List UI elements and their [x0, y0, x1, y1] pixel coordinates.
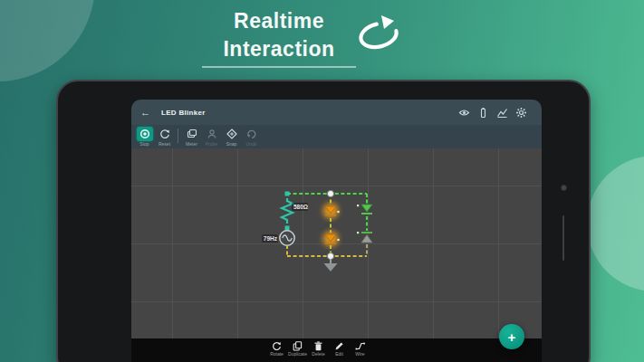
gear-icon[interactable]	[515, 107, 527, 119]
action-rotate[interactable]: Rotate	[269, 341, 284, 357]
plus-icon: +	[508, 329, 516, 345]
probe-icon[interactable]	[204, 127, 220, 141]
diode-component-2[interactable]	[357, 232, 372, 243]
snap-icon[interactable]	[224, 127, 240, 141]
tool-undo[interactable]: Undo	[242, 127, 261, 147]
decor-circle-right	[587, 156, 644, 291]
tool-meter[interactable]: Meter	[182, 127, 201, 147]
trash-icon	[313, 341, 323, 351]
stop-icon[interactable]	[137, 127, 153, 141]
decor-circle-top-left	[0, 0, 95, 81]
app-header: ← LED Blinker	[131, 100, 542, 125]
action-delete[interactable]: Delete	[311, 341, 326, 357]
tool-snap[interactable]: Snap	[222, 127, 241, 147]
led-component-1[interactable]	[323, 204, 340, 219]
ac-source-component[interactable]: 79Hz	[262, 230, 294, 248]
banner-title: Realtime Interaction	[188, 7, 370, 68]
resistor-component[interactable]: 580Ω	[282, 192, 308, 231]
ground-component[interactable]	[324, 259, 338, 272]
led-component-2[interactable]	[323, 232, 340, 247]
eye-icon[interactable]	[458, 107, 470, 119]
tablet-speaker	[562, 215, 564, 261]
tablet-camera	[561, 185, 567, 191]
chart-icon[interactable]	[496, 107, 508, 119]
undo-icon[interactable]	[244, 127, 260, 141]
meter-icon[interactable]	[184, 127, 200, 141]
add-component-fab[interactable]: +	[499, 324, 524, 349]
rotate-icon	[272, 341, 282, 351]
action-duplicate[interactable]: Duplicate	[290, 341, 305, 357]
back-button[interactable]: ←	[140, 107, 150, 118]
sim-toolbar: Stop Reset Meter Probe Snap	[131, 125, 542, 148]
header-actions	[458, 107, 527, 119]
banner-underline	[202, 66, 356, 68]
reset-icon[interactable]	[157, 127, 173, 141]
toolbar-divider	[178, 129, 178, 143]
battery-icon[interactable]	[477, 107, 489, 119]
duplicate-icon	[293, 341, 303, 351]
tool-probe[interactable]: Probe	[202, 127, 221, 147]
resistor-value-label: 580Ω	[293, 204, 308, 210]
banner-line2: Interaction	[188, 35, 370, 63]
selection-toolbar: Rotate Duplicate Delete Edit Wire	[131, 338, 542, 362]
diode-component-1[interactable]	[357, 205, 372, 214]
source-frequency-label: 79Hz	[264, 235, 278, 242]
circuit-drawing: 580Ω 79Hz	[131, 148, 542, 338]
page-title: LED Blinker	[161, 109, 206, 117]
junction-node-bottom[interactable]	[327, 252, 333, 259]
pencil-icon	[334, 341, 344, 351]
rotate-ccw-icon	[354, 13, 403, 52]
wire-bottom[interactable]	[287, 245, 367, 256]
app-screen: ← LED Blinker Stop	[131, 100, 542, 362]
tool-stop[interactable]: Stop	[135, 127, 154, 147]
action-edit[interactable]: Edit	[332, 341, 347, 357]
banner-line1: Realtime	[188, 7, 370, 35]
wrench-icon	[355, 341, 365, 351]
action-wire[interactable]: Wire	[352, 341, 368, 357]
junction-node-top[interactable]	[327, 190, 333, 196]
circuit-canvas[interactable]: 580Ω 79Hz	[131, 148, 542, 338]
tool-reset[interactable]: Reset	[155, 127, 174, 147]
